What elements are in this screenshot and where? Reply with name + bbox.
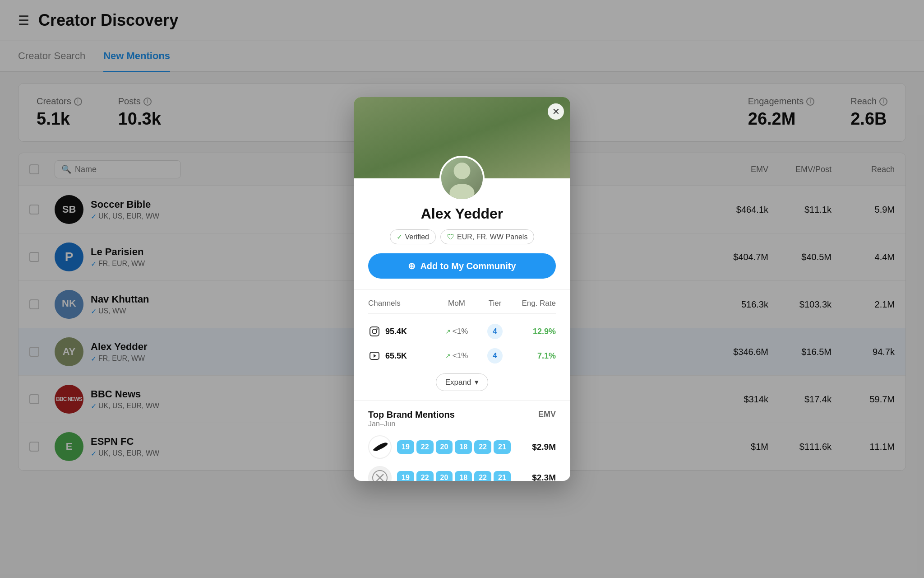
channel-row-youtube: 65.5K ↗ <1% 4 7.1% bbox=[368, 344, 556, 368]
svg-marker-8 bbox=[374, 354, 376, 358]
modal-avatar bbox=[439, 156, 485, 201]
verified-badge: ✓ Verified bbox=[390, 229, 436, 244]
svg-point-6 bbox=[376, 328, 378, 330]
svg-point-3 bbox=[449, 184, 474, 201]
chevron-down-icon: ▾ bbox=[475, 378, 479, 387]
trend-up-icon: ↗ bbox=[445, 352, 451, 359]
col-tier-label: Tier bbox=[479, 299, 511, 308]
check-icon: ✓ bbox=[397, 233, 402, 241]
shield-icon: 🛡 bbox=[447, 233, 454, 241]
brand-tags: 19 22 20 18 22 21 bbox=[397, 471, 519, 481]
section-divider bbox=[354, 400, 570, 401]
nike-logo bbox=[368, 435, 392, 459]
col-channels-label: Channels bbox=[368, 299, 434, 308]
expand-channels-button[interactable]: Expand ▾ bbox=[436, 373, 489, 391]
channels-table-header: Channels MoM Tier Eng. Rate bbox=[368, 299, 556, 314]
brand-mention-row-cancel: 19 22 20 18 22 21 $2.3M bbox=[368, 466, 556, 481]
add-to-community-button[interactable]: ⊕ Add to My Community bbox=[368, 253, 556, 279]
brand-emv-value: $2.9M bbox=[524, 442, 556, 452]
brand-mentions-title: Top Brand Mentions bbox=[368, 410, 455, 420]
youtube-icon bbox=[368, 350, 381, 362]
svg-point-9 bbox=[373, 471, 387, 481]
app-container: ☰ Creator Discovery Creator Search New M… bbox=[0, 0, 924, 578]
brand-mention-row-nike: 19 22 20 18 22 21 $2.9M bbox=[368, 435, 556, 459]
brand-emv-value: $2.3M bbox=[524, 473, 556, 481]
channel-row-instagram: 95.4K ↗ <1% 4 12.9% bbox=[368, 319, 556, 344]
modal-creator-name: Alex Yedder bbox=[368, 205, 556, 222]
tier-badge: 4 bbox=[487, 348, 503, 364]
svg-rect-4 bbox=[370, 327, 379, 336]
svg-point-5 bbox=[372, 329, 377, 334]
brand-mentions-section: Top Brand Mentions Jan–Jun EMV 19 22 bbox=[368, 410, 556, 481]
col-mom-label: MoM bbox=[434, 299, 479, 308]
eng-rate-value: 12.9% bbox=[511, 327, 556, 336]
col-eng-label: Eng. Rate bbox=[511, 299, 556, 308]
community-icon: ⊕ bbox=[408, 261, 416, 271]
modal-overlay[interactable]: ✕ Alex Yedder ✓ bbox=[0, 0, 924, 578]
instagram-icon bbox=[368, 325, 381, 338]
emv-col-label: EMV bbox=[538, 410, 556, 419]
svg-point-2 bbox=[454, 163, 471, 179]
panels-badge: 🛡 EUR, FR, WW Panels bbox=[440, 229, 534, 244]
brand-tags: 19 22 20 18 22 21 bbox=[397, 440, 519, 454]
creator-detail-modal: ✕ Alex Yedder ✓ bbox=[354, 97, 570, 481]
tier-badge: 4 bbox=[487, 324, 503, 339]
eng-rate-value: 7.1% bbox=[511, 351, 556, 361]
cancel-logo bbox=[368, 466, 392, 481]
modal-hero-image: ✕ bbox=[354, 97, 570, 178]
modal-body: Alex Yedder ✓ Verified 🛡 EUR, FR, WW Pan… bbox=[354, 178, 570, 481]
modal-badges: ✓ Verified 🛡 EUR, FR, WW Panels bbox=[368, 229, 556, 244]
brand-mentions-date: Jan–Jun bbox=[368, 420, 455, 428]
close-modal-button[interactable]: ✕ bbox=[548, 103, 564, 120]
divider bbox=[354, 289, 570, 290]
brand-mentions-header: Top Brand Mentions Jan–Jun EMV bbox=[368, 410, 556, 428]
trend-up-icon: ↗ bbox=[445, 328, 451, 335]
